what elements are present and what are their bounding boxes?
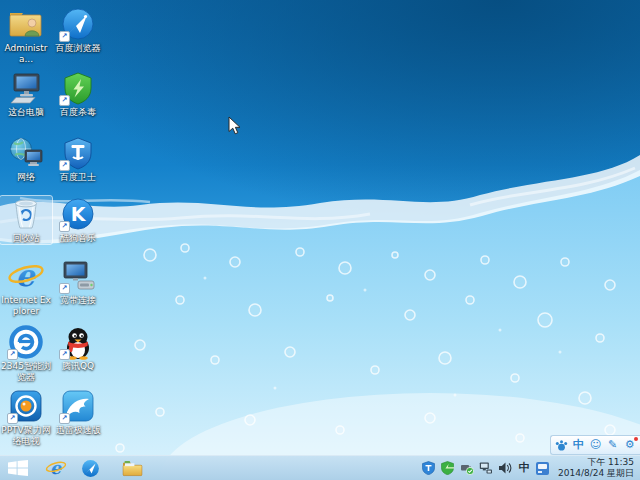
shortcut-arrow-overlay: ↗ [7,349,18,360]
icon-label: 宽带连接 [59,295,97,306]
icon-label: 回收站 [12,233,41,244]
icon-label: 百度浏览器 [55,43,102,54]
desktop-icon-xunlei[interactable]: ↗ 迅雷极速版 [52,388,104,436]
desktop-icon-baidu-antivirus[interactable]: ↗ 百度杀毒 [52,70,104,118]
emoji-face-icon[interactable]: ☺ [588,437,602,453]
windows-logo-icon [8,460,28,476]
shortcut-arrow-overlay: ↗ [59,160,70,171]
shortcut-arrow-overlay: ↗ [59,221,70,232]
desktop-icon-tencent-qq[interactable]: ↗ 腾讯QQ [52,324,104,372]
ime-language-indicator[interactable]: 中 [517,461,531,475]
desktop-icon-broadband[interactable]: ↗ 宽带连接 [52,258,104,306]
taskbar-ie-button[interactable]: e [42,456,70,480]
shortcut-arrow-overlay: ↗ [7,413,18,424]
this-pc-icon [6,70,46,106]
baidu-weishi-shield-icon: ↗ [58,135,98,171]
clock-time: 下午 11:35 [587,457,634,468]
blue-app-tray-icon[interactable] [536,461,550,475]
svg-text:K: K [71,203,87,225]
chinese-english-toggle[interactable]: 中 [571,437,585,453]
desktop-icon-network[interactable]: 网络 [0,135,52,183]
recycle-bin-icon [6,196,46,232]
baidu-antivirus-tray-icon[interactable] [441,461,455,475]
taskbar-clock[interactable]: 下午 11:35 2014/8/24 星期日 [554,457,640,479]
shortcut-arrow-overlay: ↗ [59,283,70,294]
taskbar-baidu-browser-button[interactable] [76,456,104,480]
baidu-browser-icon: ↗ [58,6,98,42]
svg-text:e: e [15,259,36,293]
desktop-icon-this-pc[interactable]: 这台电脑 [0,70,52,118]
baidu-weishi-tray-icon[interactable] [422,461,436,475]
tencent-qq-icon: ↗ [58,324,98,360]
icon-label: 酷狗音乐 [59,233,97,244]
icon-label: 腾讯QQ [61,361,95,372]
broadband-connection-icon: ↗ [58,258,98,294]
administrator-user-folder-icon [6,6,46,42]
ime-toolbar: 中 ☺ ✎ ⚙ [550,435,640,455]
icon-label: PPTV聚力网络电视 [0,425,52,447]
icon-label: Internet Explorer [0,295,52,317]
settings-gear-icon[interactable]: ⚙ [623,437,637,453]
notification-dot [634,437,638,441]
desktop-icon-baidu-browser[interactable]: ↗ 百度浏览器 [52,6,104,54]
svg-text:e: e [50,458,62,478]
shortcut-arrow-overlay: ↗ [59,95,70,106]
pptv-icon: ↗ [6,388,46,424]
desktop-icon-baidu-weishi[interactable]: ↗ 百度卫士 [52,135,104,183]
usb-safely-remove-icon[interactable] [460,461,474,475]
baidu-ime-paw-logo-icon[interactable] [554,437,568,453]
mouse-cursor [228,116,242,136]
handwriting-pen-icon[interactable]: ✎ [606,437,620,453]
shortcut-arrow-overlay: ↗ [59,413,70,424]
icon-label: 百度卫士 [59,172,97,183]
taskbar: e [0,455,640,480]
icon-label: 2345智能浏览器 [0,361,52,383]
network-globe-icon [6,135,46,171]
desktop-icon-administrator[interactable]: Administra... [0,6,52,65]
start-button[interactable] [0,456,36,480]
system-tray: 中 [422,461,554,475]
2345-browser-icon: ↗ [6,324,46,360]
desktop-icon-pptv[interactable]: ↗ PPTV聚力网络电视 [0,388,52,447]
shortcut-arrow-overlay: ↗ [59,31,70,42]
desktop-icon-internet-explorer[interactable]: e Internet Explorer [0,258,52,317]
network-tray-icon[interactable] [479,461,493,475]
internet-explorer-icon: e [6,258,46,294]
icon-label: 迅雷极速版 [55,425,102,436]
shortcut-arrow-overlay: ↗ [59,349,70,360]
internet-explorer-icon: e [45,458,67,478]
volume-speaker-icon[interactable] [498,461,512,475]
icon-label: 这台电脑 [7,107,45,118]
windows-desktop: Administra... ↗ 百度浏览器 这台电脑 [0,0,640,480]
clock-date: 2014/8/24 星期日 [558,468,634,479]
file-explorer-folder-icon [122,460,143,477]
xunlei-icon: ↗ [58,388,98,424]
baidu-browser-icon [81,459,100,478]
desktop-icon-recycle-bin[interactable]: 回收站 [0,196,52,244]
icon-label: 网络 [16,172,36,183]
desktop-icon-2345-browser[interactable]: ↗ 2345智能浏览器 [0,324,52,383]
icon-label: Administra... [0,43,52,65]
kugou-music-icon: K ↗ [58,196,98,232]
icon-label: 百度杀毒 [59,107,97,118]
desktop-icon-kugou-music[interactable]: K ↗ 酷狗音乐 [52,196,104,244]
taskbar-file-explorer-button[interactable] [118,456,146,480]
baidu-antivirus-shield-icon: ↗ [58,70,98,106]
